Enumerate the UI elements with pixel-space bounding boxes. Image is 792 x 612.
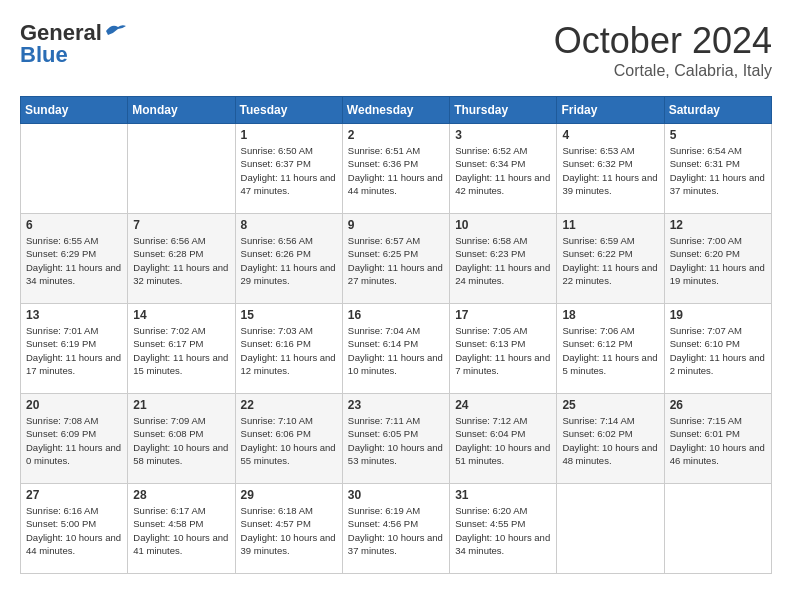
cell-content: Sunrise: 7:03 AMSunset: 6:16 PMDaylight:…: [241, 324, 337, 377]
cell-line: Sunrise: 6:58 AM: [455, 234, 551, 247]
calendar-cell: 16Sunrise: 7:04 AMSunset: 6:14 PMDayligh…: [342, 304, 449, 394]
calendar-week-row: 1Sunrise: 6:50 AMSunset: 6:37 PMDaylight…: [21, 124, 772, 214]
calendar-cell: 4Sunrise: 6:53 AMSunset: 6:32 PMDaylight…: [557, 124, 664, 214]
cell-line: Daylight: 10 hours and 48 minutes.: [562, 441, 658, 468]
day-of-week-header: Wednesday: [342, 97, 449, 124]
day-of-week-header: Monday: [128, 97, 235, 124]
cell-line: Daylight: 11 hours and 47 minutes.: [241, 171, 337, 198]
cell-line: Daylight: 10 hours and 34 minutes.: [455, 531, 551, 558]
cell-line: Sunset: 6:19 PM: [26, 337, 122, 350]
day-of-week-header: Friday: [557, 97, 664, 124]
day-number: 14: [133, 308, 229, 322]
calendar-header-row: SundayMondayTuesdayWednesdayThursdayFrid…: [21, 97, 772, 124]
title-area: October 2024 Cortale, Calabria, Italy: [554, 20, 772, 80]
cell-line: Daylight: 11 hours and 29 minutes.: [241, 261, 337, 288]
cell-line: Sunset: 6:26 PM: [241, 247, 337, 260]
calendar-week-row: 6Sunrise: 6:55 AMSunset: 6:29 PMDaylight…: [21, 214, 772, 304]
calendar-cell: 17Sunrise: 7:05 AMSunset: 6:13 PMDayligh…: [450, 304, 557, 394]
cell-line: Sunset: 4:57 PM: [241, 517, 337, 530]
day-number: 16: [348, 308, 444, 322]
cell-content: Sunrise: 7:14 AMSunset: 6:02 PMDaylight:…: [562, 414, 658, 467]
calendar-cell: 8Sunrise: 6:56 AMSunset: 6:26 PMDaylight…: [235, 214, 342, 304]
calendar-cell: 31Sunrise: 6:20 AMSunset: 4:55 PMDayligh…: [450, 484, 557, 574]
cell-content: Sunrise: 7:00 AMSunset: 6:20 PMDaylight:…: [670, 234, 766, 287]
day-of-week-header: Sunday: [21, 97, 128, 124]
cell-content: Sunrise: 7:01 AMSunset: 6:19 PMDaylight:…: [26, 324, 122, 377]
cell-line: Daylight: 10 hours and 51 minutes.: [455, 441, 551, 468]
cell-line: Sunset: 4:56 PM: [348, 517, 444, 530]
cell-line: Daylight: 11 hours and 2 minutes.: [670, 351, 766, 378]
cell-content: Sunrise: 7:06 AMSunset: 6:12 PMDaylight:…: [562, 324, 658, 377]
calendar-cell: 12Sunrise: 7:00 AMSunset: 6:20 PMDayligh…: [664, 214, 771, 304]
cell-line: Daylight: 11 hours and 19 minutes.: [670, 261, 766, 288]
day-number: 8: [241, 218, 337, 232]
cell-line: Sunset: 5:00 PM: [26, 517, 122, 530]
cell-line: Daylight: 11 hours and 17 minutes.: [26, 351, 122, 378]
day-number: 7: [133, 218, 229, 232]
cell-line: Daylight: 10 hours and 55 minutes.: [241, 441, 337, 468]
day-number: 11: [562, 218, 658, 232]
cell-content: Sunrise: 7:15 AMSunset: 6:01 PMDaylight:…: [670, 414, 766, 467]
cell-line: Sunset: 4:55 PM: [455, 517, 551, 530]
cell-line: Daylight: 11 hours and 15 minutes.: [133, 351, 229, 378]
day-number: 26: [670, 398, 766, 412]
calendar-cell: 28Sunrise: 6:17 AMSunset: 4:58 PMDayligh…: [128, 484, 235, 574]
calendar-cell: 26Sunrise: 7:15 AMSunset: 6:01 PMDayligh…: [664, 394, 771, 484]
cell-line: Sunset: 6:23 PM: [455, 247, 551, 260]
cell-line: Sunrise: 7:03 AM: [241, 324, 337, 337]
day-number: 23: [348, 398, 444, 412]
cell-line: Sunrise: 6:56 AM: [133, 234, 229, 247]
cell-line: Sunset: 6:14 PM: [348, 337, 444, 350]
cell-line: Daylight: 10 hours and 37 minutes.: [348, 531, 444, 558]
cell-content: Sunrise: 6:59 AMSunset: 6:22 PMDaylight:…: [562, 234, 658, 287]
day-of-week-header: Saturday: [664, 97, 771, 124]
calendar-cell: 24Sunrise: 7:12 AMSunset: 6:04 PMDayligh…: [450, 394, 557, 484]
day-number: 20: [26, 398, 122, 412]
cell-line: Sunrise: 6:55 AM: [26, 234, 122, 247]
calendar-cell: 25Sunrise: 7:14 AMSunset: 6:02 PMDayligh…: [557, 394, 664, 484]
calendar-cell: [664, 484, 771, 574]
cell-line: Daylight: 10 hours and 53 minutes.: [348, 441, 444, 468]
calendar-week-row: 27Sunrise: 6:16 AMSunset: 5:00 PMDayligh…: [21, 484, 772, 574]
cell-line: Sunset: 6:29 PM: [26, 247, 122, 260]
day-number: 13: [26, 308, 122, 322]
cell-content: Sunrise: 6:18 AMSunset: 4:57 PMDaylight:…: [241, 504, 337, 557]
cell-line: Daylight: 11 hours and 10 minutes.: [348, 351, 444, 378]
cell-line: Sunrise: 6:18 AM: [241, 504, 337, 517]
calendar-cell: 15Sunrise: 7:03 AMSunset: 6:16 PMDayligh…: [235, 304, 342, 394]
day-of-week-header: Tuesday: [235, 97, 342, 124]
cell-line: Sunrise: 7:09 AM: [133, 414, 229, 427]
cell-line: Daylight: 11 hours and 27 minutes.: [348, 261, 444, 288]
day-number: 17: [455, 308, 551, 322]
day-number: 28: [133, 488, 229, 502]
cell-content: Sunrise: 6:53 AMSunset: 6:32 PMDaylight:…: [562, 144, 658, 197]
calendar-cell: 11Sunrise: 6:59 AMSunset: 6:22 PMDayligh…: [557, 214, 664, 304]
calendar-week-row: 20Sunrise: 7:08 AMSunset: 6:09 PMDayligh…: [21, 394, 772, 484]
day-number: 6: [26, 218, 122, 232]
cell-line: Daylight: 11 hours and 42 minutes.: [455, 171, 551, 198]
cell-line: Sunrise: 7:05 AM: [455, 324, 551, 337]
cell-content: Sunrise: 6:58 AMSunset: 6:23 PMDaylight:…: [455, 234, 551, 287]
cell-content: Sunrise: 6:54 AMSunset: 6:31 PMDaylight:…: [670, 144, 766, 197]
cell-line: Sunrise: 6:50 AM: [241, 144, 337, 157]
day-of-week-header: Thursday: [450, 97, 557, 124]
calendar-cell: 10Sunrise: 6:58 AMSunset: 6:23 PMDayligh…: [450, 214, 557, 304]
cell-content: Sunrise: 7:10 AMSunset: 6:06 PMDaylight:…: [241, 414, 337, 467]
cell-line: Sunrise: 6:56 AM: [241, 234, 337, 247]
cell-line: Sunset: 6:09 PM: [26, 427, 122, 440]
calendar-cell: 2Sunrise: 6:51 AMSunset: 6:36 PMDaylight…: [342, 124, 449, 214]
cell-line: Sunrise: 7:08 AM: [26, 414, 122, 427]
calendar-cell: 14Sunrise: 7:02 AMSunset: 6:17 PMDayligh…: [128, 304, 235, 394]
calendar-cell: 20Sunrise: 7:08 AMSunset: 6:09 PMDayligh…: [21, 394, 128, 484]
cell-line: Sunset: 6:20 PM: [670, 247, 766, 260]
cell-content: Sunrise: 6:50 AMSunset: 6:37 PMDaylight:…: [241, 144, 337, 197]
cell-line: Sunset: 6:16 PM: [241, 337, 337, 350]
calendar-table: SundayMondayTuesdayWednesdayThursdayFrid…: [20, 96, 772, 574]
logo-blue-text: Blue: [20, 42, 68, 68]
cell-line: Sunset: 6:08 PM: [133, 427, 229, 440]
cell-content: Sunrise: 7:08 AMSunset: 6:09 PMDaylight:…: [26, 414, 122, 467]
cell-content: Sunrise: 6:56 AMSunset: 6:28 PMDaylight:…: [133, 234, 229, 287]
cell-line: Daylight: 11 hours and 12 minutes.: [241, 351, 337, 378]
cell-line: Sunrise: 7:00 AM: [670, 234, 766, 247]
day-number: 15: [241, 308, 337, 322]
